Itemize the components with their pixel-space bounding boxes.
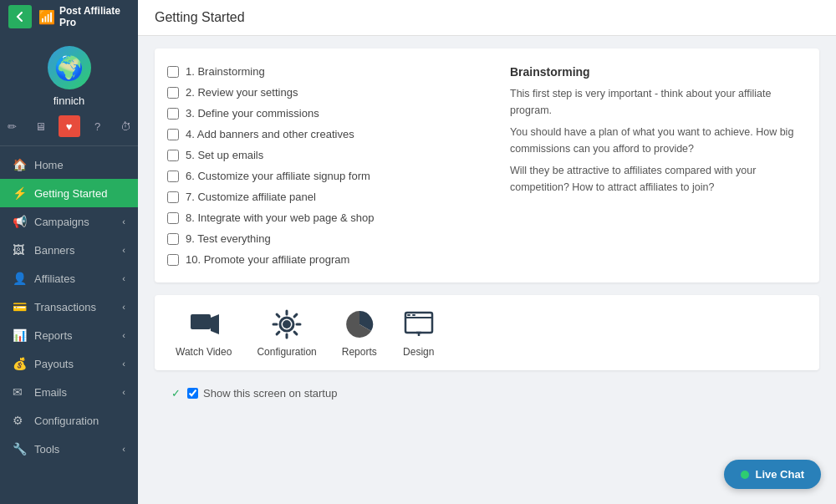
affiliates-icon: 👤	[13, 272, 28, 285]
payouts-icon: 💰	[13, 357, 28, 370]
app-title: Post Affiliate Pro	[59, 5, 130, 28]
logo-icon: 📶	[38, 9, 55, 25]
app-logo: 📶 Post Affiliate Pro	[38, 5, 130, 28]
heart-button[interactable]: ♥	[59, 115, 80, 137]
configuration-label: Configuration	[257, 346, 316, 358]
quick-watch-video[interactable]: Watch Video	[176, 308, 232, 358]
checkbox-6[interactable]	[167, 171, 179, 182]
sidebar-label-payouts: Payouts	[34, 358, 74, 370]
main-body: 1. Brainstorming 2. Review your settings…	[138, 36, 836, 416]
quick-configuration[interactable]: Configuration	[257, 308, 316, 358]
reports-label: Reports	[342, 346, 377, 358]
sidebar-item-reports[interactable]: 📊 Reports ‹	[0, 321, 138, 349]
checkbox-4[interactable]	[167, 129, 179, 140]
checklist-label-3: 3. Define your commissions	[186, 107, 319, 120]
checklist-item-9[interactable]: 9. Test everything	[167, 228, 485, 249]
checklist-item-6[interactable]: 6. Customize your affiliate signup form	[167, 165, 485, 186]
checklist-item-5[interactable]: 5. Set up emails	[167, 145, 485, 165]
checklist-container: 1. Brainstorming 2. Review your settings…	[155, 48, 819, 283]
profile-actions: ✏ 🖥 ♥ ? ⏱	[2, 115, 137, 137]
checklist-label-6: 6. Customize your affiliate signup form	[186, 170, 370, 182]
banners-icon: 🖼	[13, 243, 28, 257]
design-label: Design	[403, 346, 434, 358]
transactions-arrow: ‹	[122, 302, 125, 312]
description-p2: You should have a plan of what you want …	[510, 124, 798, 157]
svg-point-2	[283, 320, 291, 328]
campaigns-arrow: ‹	[122, 216, 125, 227]
getting-started-icon: ⚡	[13, 186, 28, 200]
sidebar-label-campaigns: Campaigns	[34, 216, 89, 228]
avatar: 🌍	[48, 46, 91, 89]
gear-icon	[270, 308, 303, 341]
sidebar-item-campaigns[interactable]: 📢 Campaigns ‹	[0, 207, 138, 236]
sidebar-item-transactions[interactable]: 💳 Transactions ‹	[0, 293, 138, 321]
edit-button[interactable]: ✏	[2, 115, 23, 137]
checkbox-10[interactable]	[167, 254, 179, 266]
svg-rect-6	[407, 314, 410, 316]
sidebar-item-emails[interactable]: ✉ Emails ‹	[0, 378, 138, 406]
checklist-item-7[interactable]: 7. Customize affiliate panel	[167, 186, 485, 207]
checkbox-3[interactable]	[167, 108, 179, 120]
emails-icon: ✉	[13, 385, 28, 399]
settings-button[interactable]: ⏱	[115, 115, 137, 137]
checklist-label-4: 4. Add banners and other creatives	[186, 128, 354, 140]
checklist-item-2[interactable]: 2. Review your settings	[167, 82, 485, 103]
sidebar-item-affiliates[interactable]: 👤 Affiliates ‹	[0, 264, 138, 293]
watch-video-label: Watch Video	[176, 346, 232, 358]
help-button[interactable]: ?	[87, 115, 109, 137]
checkbox-7[interactable]	[167, 191, 179, 203]
sidebar-item-tools[interactable]: 🔧 Tools ‹	[0, 435, 138, 463]
checklist-label-9: 9. Test everything	[186, 232, 271, 245]
checkbox-1[interactable]	[167, 66, 179, 78]
sidebar-label-affiliates: Affiliates	[34, 272, 75, 285]
startup-section: ✓ Show this screen on startup	[155, 383, 819, 404]
checklist-item-4[interactable]: 4. Add banners and other creatives	[167, 124, 485, 145]
design-icon	[402, 308, 436, 341]
getting-started-card: 1. Brainstorming 2. Review your settings…	[155, 48, 819, 283]
sidebar-label-emails: Emails	[34, 386, 67, 399]
sidebar-label-getting-started: Getting Started	[34, 187, 107, 200]
sidebar-label-configuration: Configuration	[34, 415, 99, 427]
svg-rect-7	[412, 314, 415, 316]
banners-arrow: ‹	[122, 245, 125, 255]
sidebar-nav: 🏠 Home ⚡ Getting Started 📢 Campaigns ‹ 🖼…	[0, 146, 138, 504]
sidebar-label-reports: Reports	[34, 329, 73, 342]
startup-checkbox[interactable]	[187, 388, 198, 399]
checklist-item-1[interactable]: 1. Brainstorming	[167, 61, 485, 82]
live-chat-button[interactable]: Live Chat	[724, 460, 821, 489]
checklist-item-8[interactable]: 8. Integrate with your web page & shop	[167, 207, 485, 228]
checklist-label-8: 8. Integrate with your web page & shop	[186, 211, 374, 224]
checklist-label-10: 10. Promote your affiliate program	[186, 253, 349, 266]
quick-reports[interactable]: Reports	[342, 308, 377, 358]
campaigns-icon: 📢	[13, 215, 28, 228]
payouts-arrow: ‹	[122, 359, 125, 369]
monitor-button[interactable]: 🖥	[30, 115, 52, 137]
quick-access: Watch Video Configuration	[155, 295, 819, 370]
back-button[interactable]	[8, 5, 32, 28]
checklist-label-5: 5. Set up emails	[186, 149, 263, 161]
sidebar-item-payouts[interactable]: 💰 Payouts ‹	[0, 349, 138, 378]
quick-access-card: Watch Video Configuration	[155, 295, 819, 370]
reports-icon: 📊	[13, 328, 28, 342]
sidebar-item-home[interactable]: 🏠 Home	[0, 150, 138, 179]
checklist-label-2: 2. Review your settings	[186, 86, 298, 99]
sidebar-item-configuration[interactable]: ⚙ Configuration	[0, 406, 138, 435]
checkbox-8[interactable]	[167, 212, 179, 224]
sidebar-item-banners[interactable]: 🖼 Banners ‹	[0, 236, 138, 264]
checklist-item-10[interactable]: 10. Promote your affiliate program	[167, 249, 485, 270]
sidebar-item-getting-started[interactable]: ⚡ Getting Started	[0, 179, 138, 207]
checkbox-9[interactable]	[167, 233, 179, 245]
page-header: Getting Started	[138, 0, 836, 36]
main-content: Getting Started 1. Brainstorming 2. Revi…	[138, 0, 836, 504]
checklist-item-3[interactable]: 3. Define your commissions	[167, 103, 485, 124]
startup-label: Show this screen on startup	[203, 387, 337, 400]
quick-design[interactable]: Design	[402, 308, 436, 358]
affiliates-arrow: ‹	[122, 273, 125, 283]
configuration-icon: ⚙	[13, 414, 28, 427]
svg-rect-0	[191, 314, 211, 329]
home-icon: 🏠	[13, 158, 28, 171]
checkmark-icon: ✓	[171, 387, 181, 400]
checkbox-2[interactable]	[167, 87, 179, 99]
checkbox-5[interactable]	[167, 150, 179, 161]
video-icon	[187, 308, 221, 341]
